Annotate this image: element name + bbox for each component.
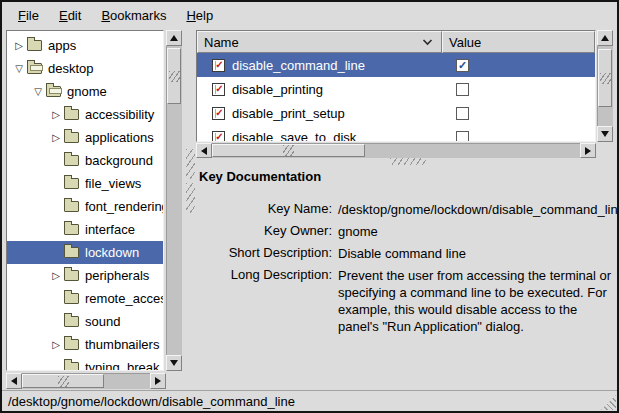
key-value-cell: ✓ (442, 107, 595, 120)
table-row-disable-save-to-disk[interactable]: ✓ disable_save_to_disk ✓ (197, 125, 595, 142)
tree-item-remote-access[interactable]: remote_access (7, 287, 163, 310)
long-description-field-value: Prevent the user from accessing the term… (338, 267, 619, 335)
key-name-cell: ✓ disable_command_line (197, 58, 442, 73)
scrollbar-thumb[interactable] (598, 49, 612, 107)
table-header: Name Value (197, 31, 595, 53)
key-value-cell: ✓ (442, 59, 595, 72)
tree-item-applications[interactable]: ▷ applications (7, 126, 163, 149)
table-horizontal-scrollbar[interactable] (196, 143, 596, 158)
long-description-field-label: Long Description: (196, 267, 332, 335)
key-documentation-panel: Key Documentation Key Name: /desktop/gno… (196, 165, 614, 335)
checkbox-unchecked[interactable]: ✓ (456, 83, 469, 96)
checkbox-unchecked[interactable]: ✓ (456, 107, 469, 120)
folder-closed-icon (64, 201, 79, 212)
table-row-disable-printing[interactable]: ✓ disable_printing ✓ (197, 77, 595, 101)
status-bar-key-path: /desktop/gnome/lockdown/disable_command_… (8, 394, 295, 409)
folder-closed-icon (64, 362, 79, 371)
tree-item-peripherals[interactable]: ▷ peripherals (7, 264, 163, 287)
grip-icon (58, 376, 69, 387)
tree-item-label: peripherals (85, 268, 149, 283)
folder-closed-icon (64, 178, 79, 189)
folder-closed-icon (64, 132, 79, 143)
tree-horizontal-scrollbar[interactable] (6, 373, 166, 389)
expander-collapsed-icon[interactable]: ▷ (48, 333, 64, 356)
scroll-left-button[interactable] (6, 373, 22, 389)
scroll-left-button[interactable] (196, 143, 212, 158)
tree-item-gnome[interactable]: ▽ gnome (7, 80, 163, 103)
tree-item-label: desktop (48, 61, 94, 76)
folder-closed-icon (64, 224, 79, 235)
scroll-right-button[interactable] (580, 143, 596, 158)
grip-icon (600, 73, 611, 84)
tree-item-label: background (85, 153, 153, 168)
config-tree: ▷ apps ▽ desktop ▽ gnome ▷ accessibility… (6, 30, 164, 371)
menu-file[interactable]: File (8, 4, 49, 27)
short-description-field-label: Short Description: (196, 245, 332, 262)
tree-item-lockdown[interactable]: lockdown (7, 241, 163, 264)
table-vertical-scrollbar[interactable] (597, 30, 613, 142)
scrollbar-thumb[interactable] (167, 48, 181, 104)
doc-pane-splitter-handle[interactable] (390, 158, 426, 165)
tree-item-file-views[interactable]: file_views (7, 172, 163, 195)
tree-item-typing-break[interactable]: typing_break (7, 356, 163, 371)
key-name-label: disable_printing (232, 82, 323, 97)
table-row-disable-print-setup[interactable]: ✓ disable_print_setup ✓ (197, 101, 595, 125)
tree-item-label: thumbnailers (85, 337, 159, 352)
tree-item-font-rendering[interactable]: font_rendering (7, 195, 163, 218)
folder-closed-icon (64, 316, 79, 327)
menu-edit[interactable]: Edit (49, 4, 91, 27)
column-header-name[interactable]: Name (197, 31, 442, 53)
tree-item-label: apps (48, 38, 76, 53)
tree-item-label: applications (85, 130, 154, 145)
expander-collapsed-icon[interactable]: ▷ (48, 103, 64, 126)
status-bar: /desktop/gnome/lockdown/disable_command_… (2, 390, 617, 411)
scroll-down-button[interactable] (597, 126, 613, 142)
arrow-up-icon (601, 35, 609, 41)
grip-icon (283, 145, 294, 156)
tree-item-thumbnailers[interactable]: ▷ thumbnailers (7, 333, 163, 356)
folder-open-icon (46, 86, 61, 97)
scroll-up-button[interactable] (597, 30, 613, 46)
arrow-left-icon (201, 147, 207, 155)
scroll-right-button[interactable] (150, 373, 166, 389)
tree-item-background[interactable]: background (7, 149, 163, 172)
checkbox-unchecked[interactable]: ✓ (456, 131, 469, 143)
pane-splitter-handle[interactable] (186, 149, 195, 179)
expander-collapsed-icon[interactable]: ▷ (48, 126, 64, 149)
gconf-editor-window: File Edit Bookmarks Help ▷ apps ▽ deskto… (0, 0, 619, 413)
table-row-disable-command-line[interactable]: ✓ disable_command_line ✓ (197, 53, 595, 77)
resize-grip-icon[interactable] (601, 395, 616, 410)
tree-item-label: typing_break (85, 360, 159, 371)
scrollbar-thumb[interactable] (22, 374, 104, 388)
menu-help[interactable]: Help (176, 4, 223, 27)
expander-collapsed-icon[interactable]: ▷ (48, 264, 64, 287)
documentation-title: Key Documentation (196, 165, 614, 184)
tree-item-sound[interactable]: sound (7, 310, 163, 333)
key-name-cell: ✓ disable_printing (197, 82, 442, 97)
checkbox-checked[interactable]: ✓ (456, 59, 469, 72)
tree-vertical-scrollbar[interactable] (166, 30, 182, 371)
tree-item-label: sound (85, 314, 120, 329)
tree-item-desktop[interactable]: ▽ desktop (7, 57, 163, 80)
expander-expanded-icon[interactable]: ▽ (30, 80, 46, 103)
scrollbar-thumb[interactable] (212, 144, 365, 157)
expander-expanded-icon[interactable]: ▽ (11, 57, 27, 80)
expander-collapsed-icon[interactable]: ▷ (11, 34, 27, 57)
tree-item-interface[interactable]: interface (7, 218, 163, 241)
arrow-right-icon (585, 147, 591, 155)
scroll-down-button[interactable] (166, 355, 182, 371)
tree-item-apps[interactable]: ▷ apps (7, 34, 163, 57)
menu-bookmarks[interactable]: Bookmarks (91, 4, 176, 27)
scroll-up-button[interactable] (166, 30, 182, 46)
column-header-value[interactable]: Value (442, 31, 595, 53)
key-value-cell: ✓ (442, 131, 595, 143)
folder-closed-icon (64, 247, 79, 258)
key-owner-field-label: Key Owner: (196, 223, 332, 240)
key-name-cell: ✓ disable_save_to_disk (197, 130, 442, 143)
tree-item-label: lockdown (85, 245, 139, 260)
pane-splitter-handle[interactable] (186, 183, 195, 213)
column-header-label: Name (204, 35, 239, 50)
tree-item-label: gnome (67, 84, 107, 99)
key-value-cell: ✓ (442, 83, 595, 96)
tree-item-accessibility[interactable]: ▷ accessibility (7, 103, 163, 126)
